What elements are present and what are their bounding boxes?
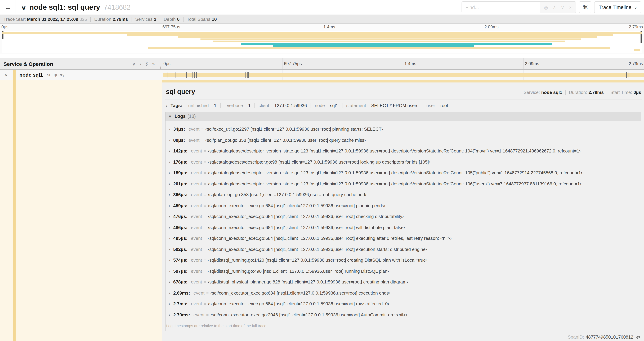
equals-sign: =	[204, 258, 206, 263]
log-entry-row[interactable]: ›80μs:event=‹sql/plan_opt.go:358 [nsql1,…	[168, 135, 638, 146]
view-selector-button[interactable]: Trace Timeline ∨	[594, 2, 641, 13]
tag-key: _verbose	[224, 103, 243, 108]
chevron-right-icon: ›	[166, 103, 168, 108]
deep-link-icon[interactable]	[636, 334, 640, 339]
clear-find-icon[interactable]: ×	[569, 5, 572, 10]
minimap-canvas[interactable]	[2, 31, 642, 53]
chevron-right-icon: ›	[168, 214, 170, 219]
log-timestamp: 34μs:	[173, 127, 185, 132]
equals-sign: =	[204, 269, 206, 274]
log-entry-row[interactable]: ›486μs:event=‹sql/conn_executor_exec.go:…	[168, 222, 638, 233]
equals-sign: =	[204, 160, 206, 164]
span-detail-row: sql query Service:node sql1Duration:2.79…	[0, 80, 644, 341]
log-field-value: ‹sql/catalog/lease/descriptor_version_st…	[208, 148, 581, 154]
minimap-span-bar	[634, 49, 640, 51]
prev-match-icon[interactable]: ∧	[553, 5, 556, 10]
log-marker	[192, 72, 192, 78]
tick-label: 697.75μs	[162, 25, 180, 30]
equals-sign: =	[244, 103, 247, 108]
log-field-value: ‹sql/conn_executor_exec.go:684 [nsql1,cl…	[208, 214, 404, 219]
span-summary-item: Duration:2.79ms	[566, 90, 604, 95]
log-marker	[241, 72, 241, 78]
log-marker	[225, 72, 225, 78]
log-field-value: ‹sql/catalog/descs/descriptor.go:98 [nsq…	[208, 159, 430, 164]
log-field-key: event	[191, 247, 202, 252]
chevron-right-icon: ›	[168, 137, 170, 143]
log-entry-row[interactable]: ›189μs:event=‹sql/catalog/lease/descript…	[168, 167, 638, 178]
tick-label: 2.09ms	[525, 61, 539, 66]
span-row[interactable]: ∨ node sql1 sql query	[0, 70, 644, 80]
log-entry-row[interactable]: ›34μs:event=‹sql/exec_util.go:2297 [nsql…	[168, 124, 638, 135]
expand-all-icon[interactable]: »	[152, 62, 155, 66]
log-entry-row[interactable]: ›476μs:event=‹sql/conn_executor_exec.go:…	[168, 211, 638, 222]
equals-sign: =	[201, 138, 204, 143]
equals-sign: =	[326, 103, 328, 108]
keyboard-shortcuts-button[interactable]: ⌘	[579, 2, 591, 13]
span-collapse-icon[interactable]: ∨	[4, 73, 8, 77]
log-marker	[168, 72, 168, 78]
service-operation-header: Service & Operation ∨ › ∨∨ » ‖	[0, 58, 162, 69]
chevron-right-icon: ›	[168, 279, 170, 284]
log-entry-row[interactable]: ›142μs:event=‹sql/catalog/lease/descript…	[168, 146, 638, 156]
tick-label: 2.79ms	[629, 25, 643, 30]
minimap-span-bar	[213, 41, 565, 42]
log-field-value: ‹sql/conn_executor_exec.go:2046 [nsql1,c…	[210, 312, 407, 317]
span-detail-header[interactable]: sql query Service:node sql1Duration:2.79…	[166, 88, 641, 96]
log-marker	[261, 72, 261, 78]
info-value: 6	[177, 17, 180, 22]
log-field-key: event	[191, 159, 202, 164]
summary-label: Duration:	[569, 90, 587, 95]
chevron-right-icon: ›	[168, 225, 170, 230]
equals-sign: =	[204, 203, 206, 208]
next-match-icon[interactable]: ∨	[561, 5, 564, 10]
collapse-controls: ∨ › ∨∨ »	[132, 62, 155, 66]
log-entry-row[interactable]: ›201μs:event=‹sql/catalog/lease/descript…	[168, 178, 638, 189]
log-timestamp: 459μs:	[173, 203, 188, 208]
log-entry-row[interactable]: ›495μs:event=‹sql/conn_executor_exec.go:…	[168, 233, 638, 244]
summary-value: 2.79ms	[588, 90, 604, 95]
expand-one-icon[interactable]: ›	[140, 62, 141, 66]
tag-value: 1	[248, 103, 250, 108]
logs-header[interactable]: ∨ Logs (18)	[166, 112, 641, 121]
collapse-trace-icon[interactable]: ∨	[21, 5, 27, 11]
log-timestamp: 142μs:	[173, 148, 188, 154]
span-duration-bar[interactable]	[163, 73, 644, 77]
log-field-value: ‹sql/conn_executor_exec.go:684 [nsql1,cl…	[208, 236, 452, 241]
info-value-suffix: .326	[78, 17, 87, 22]
log-field-key: event	[188, 137, 200, 143]
span-row-name-column[interactable]: ∨ node sql1 sql query	[0, 70, 162, 80]
trace-title-group[interactable]: ∨ node sql1: sql query 7418682	[22, 3, 130, 12]
log-entry-row[interactable]: ›2.69ms:event=‹sql/conn_executor_exec.go…	[168, 287, 638, 298]
span-detail-bar	[162, 80, 644, 83]
locate-icon[interactable]: ◎	[544, 5, 548, 10]
log-entry-row[interactable]: ›678μs:event=‹sql/distsql_physical_plann…	[168, 276, 638, 287]
log-entry-row[interactable]: ›459μs:event=‹sql/conn_executor_exec.go:…	[168, 200, 638, 211]
span-color-stripe	[13, 80, 16, 341]
log-entry-row[interactable]: ›2.79ms:event=‹sql/conn_executor_exec.go…	[168, 309, 638, 320]
log-entry-row[interactable]: ›502μs:event=‹sql/conn_executor_exec.go:…	[168, 244, 638, 255]
collapse-all-icon[interactable]: ∨∨	[145, 62, 148, 66]
log-marker	[248, 72, 249, 78]
collapse-one-icon[interactable]: ∨	[132, 62, 136, 66]
log-field-key: event	[191, 192, 202, 197]
tick-label: 1.4ms	[404, 61, 416, 66]
log-entry-row[interactable]: ›597μs:event=‹sql/distsql_running.go:498…	[168, 266, 638, 276]
span-row-timeline[interactable]	[162, 70, 644, 80]
timeline-header-row: Service & Operation ∨ › ∨∨ » ‖ 0μs697.75…	[0, 58, 644, 70]
back-button[interactable]: ←	[0, 0, 16, 15]
gridline	[524, 58, 524, 69]
find-input[interactable]	[462, 2, 540, 13]
equals-sign: =	[204, 214, 206, 219]
tags-row[interactable]: › Tags: _unfinished=1_verbose=1client=12…	[166, 103, 642, 108]
column-resize-grip[interactable]: ‖	[160, 66, 161, 70]
log-entry-row[interactable]: ›176μs:event=‹sql/catalog/descs/descript…	[168, 156, 638, 167]
log-entry-row[interactable]: ›2.7ms:event=‹sql/conn_executor_exec.go:…	[168, 298, 638, 309]
log-entry-row[interactable]: ›366μs:event=‹sql/plan_opt.go:358 [nsql1…	[168, 189, 638, 200]
tag-item: client=127.0.0.1:59936	[254, 103, 307, 108]
span-summary-item: Start Time:0μs	[607, 90, 641, 95]
chevron-right-icon: ›	[168, 257, 170, 263]
tags-list: _unfinished=1_verbose=1client=127.0.0.1:…	[186, 103, 448, 108]
log-timestamp: 80μs:	[173, 137, 185, 143]
log-timestamp: 189μs:	[173, 170, 188, 175]
log-entry-row[interactable]: ›574μs:event=‹sql/distsql_running.go:142…	[168, 255, 638, 266]
